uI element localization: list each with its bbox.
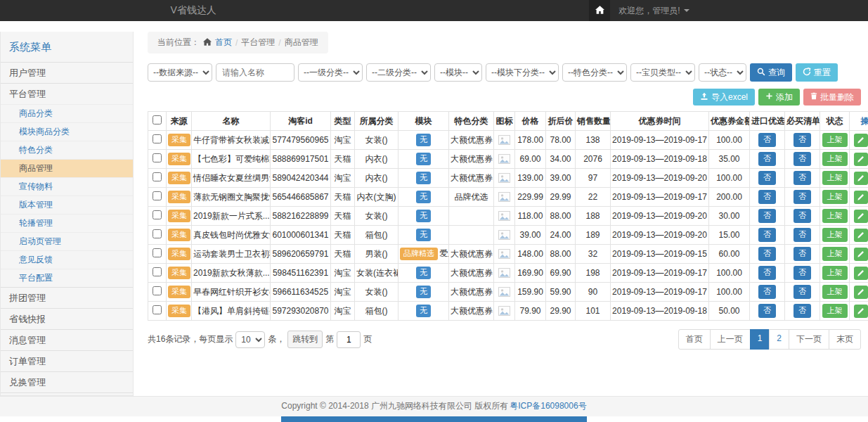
product-name: 2019新款一片式系... (192, 207, 271, 226)
sidebar-item-6[interactable]: 商品管理 (1, 159, 133, 177)
sidebar-item-17[interactable]: 兑换管理 (1, 371, 133, 392)
must-buy-button[interactable]: 否 (793, 285, 811, 298)
page-number-input[interactable] (337, 331, 361, 348)
status-button[interactable]: 上架 (822, 228, 848, 241)
batch-delete-button[interactable]: 批量删除 (803, 89, 861, 106)
row-checkbox[interactable] (153, 305, 162, 314)
import-select-button[interactable]: 否 (758, 209, 776, 222)
import-select-button[interactable]: 否 (758, 285, 776, 298)
edit-button[interactable] (854, 134, 868, 147)
import-select-button[interactable]: 否 (758, 190, 776, 203)
page-nav-button[interactable]: 末页 (829, 329, 861, 350)
user-menu[interactable]: 欢迎您，管理员! (610, 5, 697, 17)
page-size-select[interactable]: 10 (235, 331, 265, 348)
row-checkbox[interactable] (153, 210, 162, 219)
discount-price: 34.00 (546, 150, 576, 169)
sidebar-item-4[interactable]: 模块商品分类 (1, 122, 133, 141)
row-checkbox[interactable] (153, 134, 162, 143)
filter-select-6[interactable]: --宝贝类型-- (630, 63, 695, 82)
row-checkbox[interactable] (153, 191, 162, 200)
reset-button[interactable]: 重置 (796, 63, 838, 82)
filter-select-7[interactable]: --状态-- (699, 63, 746, 82)
sidebar-item-3[interactable]: 商品分类 (1, 104, 133, 122)
import-select-button[interactable]: 否 (758, 266, 776, 279)
import-select-button[interactable]: 否 (758, 247, 776, 260)
edit-button[interactable] (854, 229, 868, 242)
status-button[interactable]: 上架 (822, 152, 848, 165)
import-select-button[interactable]: 否 (758, 152, 776, 165)
must-buy-button[interactable]: 否 (793, 190, 811, 203)
must-buy-button[interactable]: 否 (793, 247, 811, 260)
sidebar-item-13[interactable]: 拼团管理 (1, 287, 133, 308)
name-search-input[interactable] (216, 63, 294, 82)
import-select-button[interactable]: 否 (758, 304, 776, 317)
add-button[interactable]: 添加 (758, 89, 800, 106)
data-source-select[interactable]: --数据来源-- (148, 63, 212, 82)
sidebar-item-10[interactable]: 启动页管理 (1, 232, 133, 250)
row-checkbox[interactable] (153, 229, 162, 238)
must-buy-button[interactable]: 否 (793, 304, 811, 317)
sidebar-item-14[interactable]: 省钱快报 (1, 308, 133, 329)
sidebar-item-11[interactable]: 意见反馈 (1, 250, 133, 269)
sidebar-item-2[interactable]: 平台管理 (1, 83, 133, 104)
select-all-checkbox[interactable] (153, 115, 162, 124)
breadcrumb-home-link[interactable]: 首页 (215, 37, 232, 49)
page-number-2[interactable]: 2 (769, 329, 789, 350)
import-select-button[interactable]: 否 (758, 133, 776, 146)
jump-button[interactable]: 跳转到 (287, 331, 323, 348)
sidebar-item-8[interactable]: 版本管理 (1, 196, 133, 214)
status-button[interactable]: 上架 (822, 209, 848, 222)
edit-button[interactable] (854, 305, 868, 318)
coupon-time: 2019-09-13—2019-09-18 (611, 150, 709, 169)
must-buy-button[interactable]: 否 (793, 228, 811, 241)
import-select-button[interactable]: 否 (758, 228, 776, 241)
home-button[interactable] (589, 0, 610, 21)
status-button[interactable]: 上架 (822, 266, 848, 279)
product-name: 情侣睡衣女夏丝绸男士... (192, 169, 271, 188)
must-buy-button[interactable]: 否 (793, 152, 811, 165)
row-checkbox[interactable] (153, 248, 162, 257)
edit-button[interactable] (854, 248, 868, 261)
status-button[interactable]: 上架 (822, 133, 848, 146)
must-buy-button[interactable]: 否 (793, 171, 811, 184)
filter-select-4[interactable]: --模块下分类-- (486, 63, 559, 82)
status-button[interactable]: 上架 (822, 247, 848, 260)
must-buy-button[interactable]: 否 (793, 133, 811, 146)
import-select-button[interactable]: 否 (758, 171, 776, 184)
edit-button[interactable] (854, 286, 868, 299)
sidebar-item-5[interactable]: 特色分类 (1, 141, 133, 159)
row-checkbox[interactable] (153, 267, 162, 276)
row-checkbox[interactable] (153, 153, 162, 162)
must-buy-button[interactable]: 否 (793, 266, 811, 279)
page-nav-button[interactable]: 首页 (678, 329, 711, 350)
sidebar-item-12[interactable]: 平台配置 (1, 269, 133, 287)
search-button[interactable]: 查询 (750, 63, 792, 82)
row-checkbox[interactable] (153, 286, 162, 295)
must-buy-button[interactable]: 否 (793, 209, 811, 222)
icp-link[interactable]: 粤ICP备16098006号 (510, 401, 586, 411)
sidebar-item-16[interactable]: 订单管理 (1, 350, 133, 371)
status-button[interactable]: 上架 (822, 304, 848, 317)
filter-select-3[interactable]: --模块-- (434, 63, 482, 82)
breadcrumb-item-platform[interactable]: 平台管理 (241, 37, 275, 49)
import-excel-button[interactable]: 导入excel (693, 89, 755, 106)
sidebar-item-15[interactable]: 消息管理 (1, 329, 133, 350)
filter-select-5[interactable]: --特色分类-- (562, 63, 627, 82)
row-checkbox[interactable] (153, 172, 162, 181)
sidebar-item-9[interactable]: 轮播管理 (1, 214, 133, 232)
status-button[interactable]: 上架 (822, 171, 848, 184)
page-nav-button[interactable]: 上一页 (710, 329, 751, 350)
sidebar-item-7[interactable]: 宣传物料 (1, 177, 133, 196)
status-button[interactable]: 上架 (822, 285, 848, 298)
filter-select-2[interactable]: --二级分类-- (366, 63, 431, 82)
status-button[interactable]: 上架 (822, 190, 848, 203)
edit-button[interactable] (854, 172, 868, 185)
edit-button[interactable] (854, 153, 868, 166)
edit-button[interactable] (854, 191, 868, 204)
sidebar-item-1[interactable]: 用户管理 (1, 62, 133, 83)
filter-select-1[interactable]: --一级分类-- (298, 63, 363, 82)
page-number-1[interactable]: 1 (750, 329, 770, 350)
edit-button[interactable] (854, 267, 868, 280)
page-nav-button[interactable]: 下一页 (789, 329, 829, 350)
edit-button[interactable] (854, 210, 868, 223)
